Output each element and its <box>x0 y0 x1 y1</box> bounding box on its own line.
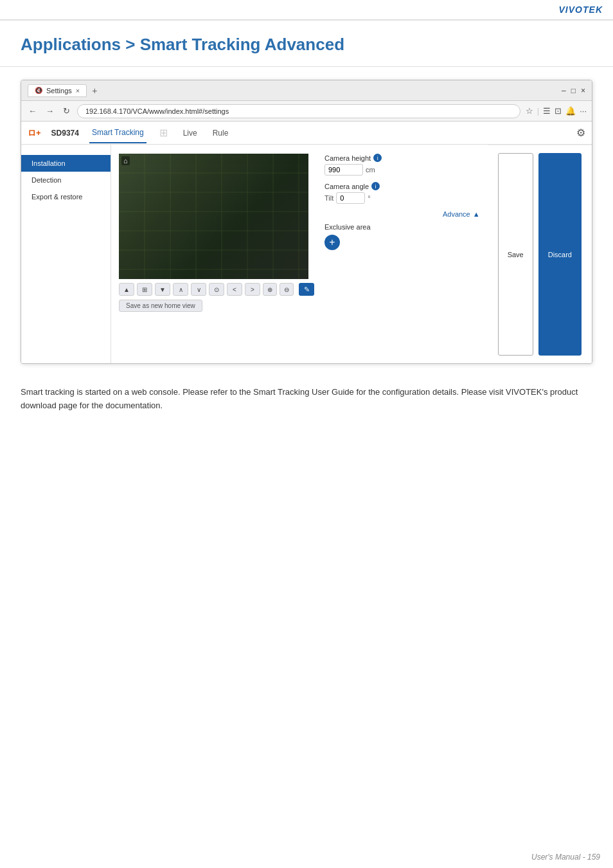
bookmark-icon[interactable]: ☆ <box>526 106 533 116</box>
nav-tab-smart-tracking[interactable]: Smart Tracking <box>89 123 147 143</box>
nav-tab-live[interactable]: Live <box>181 123 200 143</box>
brand-name: VIVOTEK <box>559 5 603 15</box>
browser-window: 🔇 Settings × + – □ × ← → ↻ ☆ | ☰ ⊡ 🔔 <box>21 80 592 364</box>
close-button[interactable]: × <box>581 86 585 95</box>
menu-icon[interactable]: ☰ <box>543 106 551 116</box>
camera-height-input-row: cm <box>324 164 480 176</box>
camera-angle-label: Camera angle i <box>324 182 480 190</box>
browser-titlebar: 🔇 Settings × + – □ × <box>21 80 592 101</box>
bell-icon[interactable]: 🔔 <box>565 106 576 116</box>
address-bar-icons: ☆ | ☰ ⊡ 🔔 ··· <box>526 106 587 116</box>
brand-bar: VIVOTEK <box>0 0 613 21</box>
exclusive-area-row: Exclusive area + <box>324 223 480 250</box>
vc-btn-circle[interactable]: ⊙ <box>209 283 224 296</box>
camera-height-info-icon[interactable]: i <box>373 154 382 162</box>
cam-footer: Save Discard <box>488 145 592 363</box>
exclusive-area-label: Exclusive area <box>324 223 480 231</box>
advance-label: Advance <box>443 210 470 218</box>
vc-btn-right[interactable]: > <box>245 283 260 296</box>
video-grid <box>119 154 308 279</box>
manual-label: User's Manual - 159 <box>531 853 600 862</box>
video-controls: ▲ ⊞ ▼ ∧ ∨ ⊙ < > ⊕ ⊖ ✎ <box>119 283 314 296</box>
sidebar-item-installation[interactable]: Installation <box>21 155 111 172</box>
advance-icon: ▲ <box>473 210 480 218</box>
camera-height-unit: cm <box>366 166 375 174</box>
advance-toggle[interactable]: Advance ▲ <box>324 210 480 218</box>
ptz-icon: ⌂ <box>121 156 130 165</box>
add-area-button[interactable]: + <box>324 235 340 250</box>
nav-tab-rule[interactable]: Rule <box>210 123 231 143</box>
camera-height-input[interactable] <box>324 164 363 176</box>
cam-main: ⌂ ▲ ⊞ ▼ ∧ ∨ ⊙ < > ⊕ ⊖ ✎ <box>111 145 488 363</box>
vc-btn-move1[interactable]: ▲ <box>119 283 134 296</box>
description-text: Smart tracking is started on a web conso… <box>21 379 592 419</box>
tab-icon: 🔇 <box>35 87 42 94</box>
edit-button[interactable]: ✎ <box>299 283 314 296</box>
tab-label: Settings <box>46 87 72 95</box>
tilt-label: Tilt <box>324 194 333 202</box>
maximize-button[interactable]: □ <box>571 86 576 95</box>
gear-icon[interactable]: ⚙ <box>576 127 585 139</box>
forward-button[interactable]: → <box>44 106 56 116</box>
discard-button[interactable]: Discard <box>538 153 582 356</box>
zoom-out-button[interactable]: ⊖ <box>280 283 294 296</box>
main-content: 🔇 Settings × + – □ × ← → ↻ ☆ | ☰ ⊡ 🔔 <box>0 67 613 432</box>
browser-tab[interactable]: 🔇 Settings × <box>28 84 87 97</box>
page-footer: User's Manual - 159 <box>519 846 613 868</box>
page-title-area: Applications > Smart Tracking Advanced <box>0 21 613 67</box>
tab-close-button[interactable]: × <box>76 87 80 95</box>
vc-btn-up[interactable]: ∧ <box>173 283 188 296</box>
save-button[interactable]: Save <box>498 153 533 356</box>
window-controls: – □ × <box>562 86 585 95</box>
address-input[interactable] <box>77 104 520 118</box>
cam-sidebar: Installation Detection Export & restore <box>21 145 111 363</box>
page-title: Applications > Smart Tracking Advanced <box>21 35 592 55</box>
video-frame: ⌂ <box>119 154 308 279</box>
more-button[interactable]: ··· <box>580 106 587 116</box>
video-panel: ⌂ ▲ ⊞ ▼ ∧ ∨ ⊙ < > ⊕ ⊖ ✎ <box>119 154 314 354</box>
vc-btn-move2[interactable]: ▼ <box>155 283 170 296</box>
browser-addressbar: ← → ↻ ☆ | ☰ ⊡ 🔔 ··· <box>21 101 592 122</box>
camera-height-row: Camera height i cm <box>324 154 480 176</box>
degree-symbol: ° <box>368 194 370 202</box>
vc-btn-down[interactable]: ∨ <box>191 283 206 296</box>
reload-button[interactable]: ↻ <box>61 106 72 116</box>
camera-body: Installation Detection Export & restore <box>21 145 592 363</box>
cast-icon[interactable]: ⊡ <box>555 106 562 116</box>
settings-panel: Camera height i cm Camera angle i <box>324 154 480 354</box>
camera-appbar: ロ+ SD9374 Smart Tracking ⊞ Live Rule ⚙ <box>21 122 592 145</box>
camera-angle-input-row: Tilt ° <box>324 192 480 204</box>
minimize-button[interactable]: – <box>562 86 566 95</box>
nav-sep-1: ⊞ <box>159 127 168 139</box>
camera-angle-info-icon[interactable]: i <box>371 182 380 190</box>
save-home-view-button[interactable]: Save as new home view <box>119 300 202 312</box>
vc-btn-grid[interactable]: ⊞ <box>137 283 152 296</box>
back-button[interactable]: ← <box>26 106 39 116</box>
vc-btn-left[interactable]: < <box>227 283 242 296</box>
tab-add-button[interactable]: + <box>92 86 97 96</box>
camera-logo: ロ+ <box>28 127 41 139</box>
camera-model: SD9374 <box>51 129 79 138</box>
sidebar-item-detection[interactable]: Detection <box>21 172 111 188</box>
sidebar-item-export-restore[interactable]: Export & restore <box>21 188 111 205</box>
zoom-in-button[interactable]: ⊕ <box>263 283 277 296</box>
camera-height-label: Camera height i <box>324 154 480 162</box>
camera-angle-row: Camera angle i Tilt ° <box>324 182 480 204</box>
camera-tilt-input[interactable] <box>336 192 365 204</box>
